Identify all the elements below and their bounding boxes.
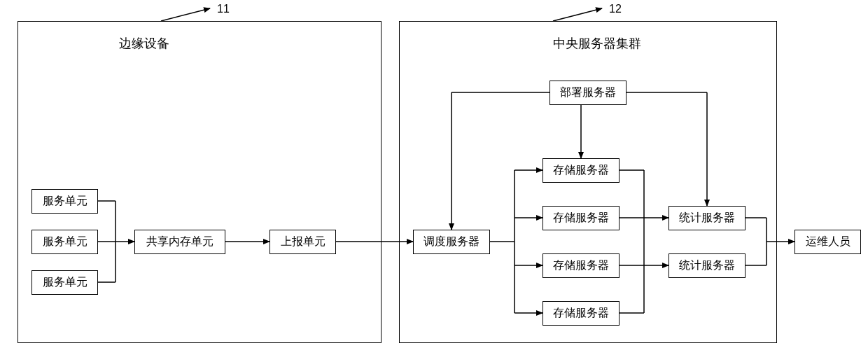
- deploy-server-box: 部署服务器: [550, 81, 626, 105]
- edge-device-container: [18, 21, 382, 343]
- dispatch-server-box: 调度服务器: [413, 230, 490, 254]
- shared-memory-box: 共享内存单元: [134, 230, 225, 254]
- service-unit-box: 服务单元: [31, 270, 98, 295]
- storage-server-box: 存储服务器: [542, 253, 620, 278]
- svg-line-1: [553, 8, 602, 21]
- ref-12-label: 12: [609, 3, 622, 15]
- service-unit-box: 服务单元: [31, 230, 98, 254]
- storage-server-label: 存储服务器: [553, 306, 609, 321]
- report-unit-label: 上报单元: [281, 235, 326, 249]
- edge-device-title: 边缘设备: [119, 35, 169, 52]
- ref-11-label: 11: [217, 3, 230, 15]
- shared-memory-label: 共享内存单元: [146, 235, 214, 249]
- storage-server-box: 存储服务器: [542, 158, 620, 183]
- stats-server-box: 统计服务器: [668, 253, 746, 278]
- storage-server-label: 存储服务器: [553, 211, 609, 225]
- stats-server-label: 统计服务器: [679, 258, 735, 273]
- service-unit-label: 服务单元: [43, 275, 88, 290]
- ops-personnel-box: 运维人员: [794, 230, 861, 254]
- deploy-server-label: 部署服务器: [560, 85, 616, 100]
- storage-server-label: 存储服务器: [553, 258, 609, 273]
- central-server-title: 中央服务器集群: [553, 35, 641, 52]
- storage-server-box: 存储服务器: [542, 301, 620, 326]
- stats-server-box: 统计服务器: [668, 206, 746, 230]
- service-unit-box: 服务单元: [31, 189, 98, 214]
- service-unit-label: 服务单元: [43, 194, 88, 209]
- storage-server-label: 存储服务器: [553, 163, 609, 178]
- ops-personnel-label: 运维人员: [806, 235, 850, 249]
- svg-line-0: [161, 8, 210, 21]
- stats-server-label: 统计服务器: [679, 211, 735, 225]
- storage-server-box: 存储服务器: [542, 206, 620, 230]
- dispatch-server-label: 调度服务器: [424, 235, 479, 249]
- report-unit-box: 上报单元: [270, 230, 336, 254]
- service-unit-label: 服务单元: [43, 235, 88, 249]
